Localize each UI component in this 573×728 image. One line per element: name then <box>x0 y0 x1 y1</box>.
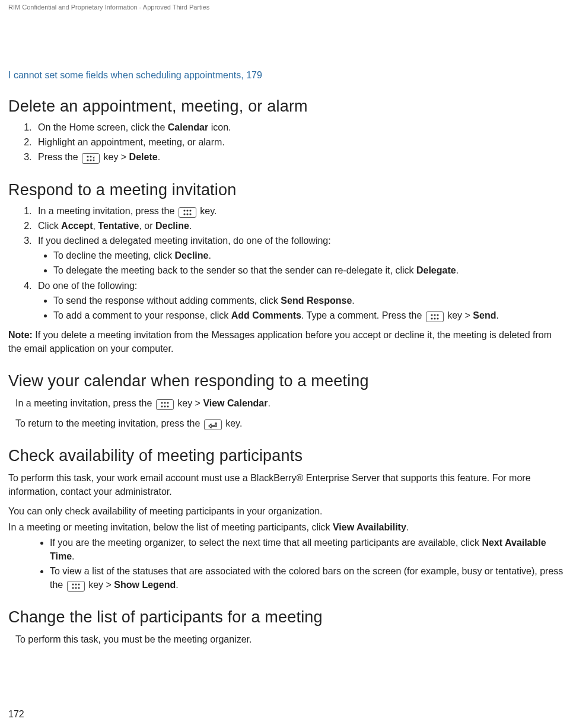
note-label: Note: <box>8 330 33 340</box>
bold-text: Accept <box>61 221 93 231</box>
text: key. <box>198 206 217 216</box>
bold-text: Decline <box>155 221 189 231</box>
bold-text: View Calendar <box>203 398 268 408</box>
section-title-viewcal: View your calendar when responding to a … <box>8 372 565 390</box>
svg-point-18 <box>431 317 432 319</box>
svg-point-1 <box>90 156 91 158</box>
note-paragraph: Note: If you delete a meeting invitation… <box>8 328 565 355</box>
text: To decline the meeting, click <box>53 250 175 260</box>
svg-point-12 <box>183 213 185 215</box>
text: In a meeting or meeting invitation, belo… <box>8 522 333 532</box>
list-item: To view a list of the statuses that are … <box>50 564 565 592</box>
confidential-header: RIM Confidential and Proprietary Informa… <box>8 0 565 11</box>
text: . <box>176 580 178 590</box>
menu-key-icon <box>156 399 174 410</box>
list-item: Click Accept, Tentative, or Decline. <box>34 219 565 233</box>
text: If you declined a delegated meeting invi… <box>38 236 331 246</box>
respond-steps: In a meeting invitation, press the key. … <box>8 204 565 323</box>
svg-point-15 <box>431 314 432 316</box>
text: If you are the meeting organizer, to sel… <box>50 538 482 548</box>
paragraph: To return to the meeting invitation, pre… <box>8 417 565 430</box>
bold-text: Delete <box>129 152 158 162</box>
svg-point-25 <box>164 406 165 408</box>
text: To add a comment to your response, click <box>53 310 231 320</box>
text: To send the response without adding comm… <box>53 295 281 306</box>
list-item: To decline the meeting, click Decline. <box>53 249 565 262</box>
bold-text: Calendar <box>168 122 208 132</box>
menu-key-icon <box>82 153 100 164</box>
list-item: To send the response without adding comm… <box>53 294 565 307</box>
text: . <box>72 551 74 561</box>
svg-point-27 <box>72 584 74 586</box>
list-item: If you are the meeting organizer, to sel… <box>50 536 565 563</box>
cross-reference-link[interactable]: I cannot set some fields when scheduling… <box>8 70 565 81</box>
text: . <box>189 221 192 231</box>
text: key > <box>86 580 114 590</box>
list-item: On the Home screen, click the Calendar i… <box>34 120 565 134</box>
svg-point-22 <box>164 402 165 404</box>
text: . <box>456 265 459 275</box>
text: In a meeting invitation, press the <box>15 398 155 408</box>
text: icon. <box>208 122 231 132</box>
svg-point-32 <box>78 587 79 589</box>
paragraph: To perform this task, you must be the me… <box>8 632 565 646</box>
svg-point-28 <box>75 584 77 586</box>
paragraph: You can only check availability of meeti… <box>8 504 565 518</box>
svg-point-3 <box>90 160 91 161</box>
text: . <box>268 398 270 408</box>
svg-point-8 <box>93 160 95 161</box>
text: key > <box>101 152 129 162</box>
paragraph: To perform this task, your work email ac… <box>8 471 565 498</box>
menu-key-icon <box>179 207 196 218</box>
svg-point-13 <box>186 213 188 215</box>
list-item: Do one of the following: To send the res… <box>34 279 565 323</box>
text: Press the <box>38 152 81 162</box>
list-item: Press the key > Delete. <box>34 150 565 164</box>
svg-point-23 <box>167 402 168 404</box>
text: Click <box>38 221 61 231</box>
svg-point-11 <box>189 209 191 211</box>
bold-text: View Availability <box>333 522 406 532</box>
svg-point-14 <box>189 213 191 215</box>
list-item: To delegate the meeting back to the send… <box>53 263 565 277</box>
text: key > <box>175 398 203 408</box>
text: . <box>406 522 409 532</box>
list-item: In a meeting invitation, press the key. <box>34 204 565 218</box>
text: To delegate the meeting back to the send… <box>53 265 416 275</box>
svg-point-7 <box>93 157 95 159</box>
sub-bullets: To decline the meeting, click Decline. T… <box>38 249 565 277</box>
sub-bullets: To send the response without adding comm… <box>38 294 565 322</box>
text: On the Home screen, click the <box>38 122 168 132</box>
svg-point-2 <box>87 160 88 161</box>
bold-text: Show Legend <box>114 580 176 590</box>
section-title-respond: Respond to a meeting invitation <box>8 181 565 199</box>
svg-point-19 <box>434 317 435 319</box>
bold-text: Send <box>473 310 496 320</box>
text: , or <box>139 221 155 231</box>
text: . <box>208 250 211 260</box>
section-title-changelist: Change the list of participants for a me… <box>8 608 565 627</box>
text: . <box>352 295 354 306</box>
section-title-delete: Delete an appointment, meeting, or alarm <box>8 97 565 116</box>
text: . <box>158 152 160 162</box>
svg-point-10 <box>186 209 188 211</box>
svg-point-31 <box>75 587 77 589</box>
svg-point-20 <box>437 317 438 319</box>
paragraph: In a meeting invitation, press the key >… <box>8 396 565 410</box>
svg-point-21 <box>161 402 163 404</box>
text: Do one of the following: <box>38 281 137 291</box>
svg-point-30 <box>72 587 74 589</box>
bold-text: Send Response <box>281 295 352 306</box>
list-item: If you declined a delegated meeting invi… <box>34 234 565 278</box>
list-item: To add a comment to your response, click… <box>53 309 565 322</box>
page-number: 172 <box>8 709 24 720</box>
menu-key-icon <box>67 581 85 592</box>
text: key > <box>445 310 473 320</box>
bold-text: Tentative <box>98 221 139 231</box>
svg-point-0 <box>87 156 88 158</box>
checkavail-bullets: If you are the meeting organizer, to sel… <box>8 536 565 592</box>
svg-point-24 <box>161 406 163 408</box>
text: . Type a comment. Press the <box>301 310 425 320</box>
delete-steps: On the Home screen, click the Calendar i… <box>8 120 565 164</box>
text: . <box>496 310 498 320</box>
